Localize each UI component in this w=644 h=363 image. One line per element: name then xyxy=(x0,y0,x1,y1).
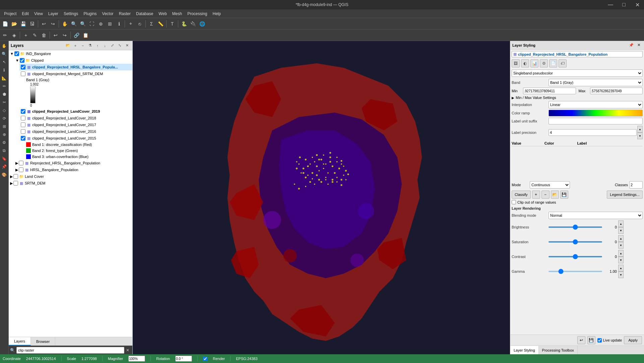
pan-tool[interactable]: ✋ xyxy=(1,42,8,50)
zoom-selection-button[interactable]: ⊞ xyxy=(106,19,114,28)
save-color-map-button[interactable]: 💾 xyxy=(560,191,568,199)
layer-tool[interactable]: ⧉ xyxy=(1,147,8,154)
python-console-button[interactable]: 🐍 xyxy=(180,19,188,28)
redo-button[interactable]: ↪ xyxy=(49,19,57,28)
blending-mode-select[interactable]: Normal xyxy=(549,212,643,219)
legend-icon[interactable]: 🏷 xyxy=(559,59,567,67)
zoom-in-button[interactable]: 🔍 xyxy=(69,19,78,28)
rotation-input[interactable] xyxy=(175,356,192,362)
split-tool[interactable]: ✂ xyxy=(1,99,8,106)
live-update-checkbox[interactable] xyxy=(597,338,602,343)
layer-reprojected-hrsl[interactable]: ▶ ▦ Reprojected_HRSL_Bangalore_Populatio… xyxy=(14,160,132,166)
tab-processing-toolbox[interactable]: Processing Toolbox xyxy=(539,346,578,354)
layer-ind-bangalore[interactable]: ▼ 📁 IND_Bangalore xyxy=(9,50,132,57)
menu-view[interactable]: View xyxy=(31,11,46,17)
style-tool[interactable]: 🎨 xyxy=(1,171,8,178)
add-feature-button[interactable]: + xyxy=(21,31,30,40)
general-icon[interactable]: ⚙ xyxy=(540,59,548,67)
select-button[interactable]: ⌖ xyxy=(126,19,135,28)
expand-button[interactable]: ⤢ xyxy=(109,42,116,49)
layer-hrsl-bangalore[interactable]: ▶ ▦ HRSL_Bangalore_Population xyxy=(14,166,132,173)
add-class-button[interactable]: + xyxy=(532,191,540,199)
layer-hrsl-pop[interactable]: ▦ clipped_Reprojected_HRSL_Bangalore_Pop… xyxy=(19,64,132,70)
apply-button[interactable]: Apply xyxy=(624,336,642,344)
open-project-button[interactable]: 📂 xyxy=(10,19,18,28)
precision-down-button[interactable]: ▼ xyxy=(637,133,643,139)
brightness-slider[interactable] xyxy=(549,226,602,228)
label-precision-input[interactable] xyxy=(549,129,637,136)
undo2-button[interactable]: ↩ xyxy=(51,31,60,40)
saturation-down-button[interactable]: ▼ xyxy=(618,242,624,249)
new-project-button[interactable]: 📄 xyxy=(1,19,9,28)
layer-clipped-group[interactable]: ▼ 📁 Clipped xyxy=(14,57,132,64)
gamma-down-button[interactable]: ▼ xyxy=(618,271,624,278)
zoom-full-button[interactable]: ⛶ xyxy=(87,19,96,28)
identify-button[interactable]: ℹ xyxy=(115,19,123,28)
menu-settings[interactable]: Settings xyxy=(61,11,81,17)
annotation-tool[interactable]: 📌 xyxy=(1,163,8,170)
minmax-settings-header[interactable]: ▶ Min / Max Value Settings xyxy=(512,96,643,100)
move-tool[interactable]: ⊕ xyxy=(1,131,8,138)
layer-checkbox-lc2015[interactable] xyxy=(21,136,25,141)
form-button[interactable]: 📋 xyxy=(81,31,90,40)
brightness-down-button[interactable]: ▼ xyxy=(618,227,624,234)
add-layer-button[interactable]: + xyxy=(72,42,79,49)
layer-checkbox-srtmdem[interactable] xyxy=(13,181,18,186)
layer-checkbox-hrsl[interactable] xyxy=(21,65,25,69)
render-checkbox[interactable] xyxy=(203,357,207,361)
classes-input[interactable] xyxy=(629,181,643,189)
save-project-button[interactable]: 💾 xyxy=(19,19,27,28)
menu-raster[interactable]: Raster xyxy=(116,11,133,17)
menu-processing[interactable]: Processing xyxy=(185,11,210,17)
undo-button[interactable]: ↩ xyxy=(40,19,48,28)
max-input[interactable] xyxy=(590,88,643,94)
maximize-button[interactable]: □ xyxy=(617,0,631,9)
add-polygon-tool[interactable]: ⬟ xyxy=(1,91,8,98)
menu-project[interactable]: Project xyxy=(1,11,19,17)
stats-button[interactable]: Σ xyxy=(147,19,156,28)
layer-landcover-2018[interactable]: ▦ clipped_Reprojected_LandCover_2018 xyxy=(19,115,132,121)
layer-land-cover[interactable]: ▶ 📁 Land Cover xyxy=(9,173,132,180)
clip-range-checkbox[interactable] xyxy=(512,200,516,204)
rotate-tool[interactable]: ⟳ xyxy=(1,115,8,122)
menu-database[interactable]: Database xyxy=(133,11,156,17)
close-button[interactable]: ✕ xyxy=(631,0,644,9)
open-layer-button[interactable]: 📂 xyxy=(65,42,71,49)
plugins-button[interactable]: 🔌 xyxy=(189,19,197,28)
band-select[interactable]: Band 1 (Gray) xyxy=(549,79,643,86)
transparency-icon[interactable]: ◐ xyxy=(521,59,529,67)
measure-tool[interactable]: 📐 xyxy=(1,74,8,82)
label-unit-input[interactable] xyxy=(549,118,643,124)
tab-layers[interactable]: Layers xyxy=(9,337,31,346)
layer-checkbox-hrslb[interactable] xyxy=(19,167,23,172)
brightness-up-button[interactable]: ▲ xyxy=(618,220,624,227)
render-type-icon[interactable]: 🖼 xyxy=(512,59,520,67)
layer-checkbox-lc2019[interactable] xyxy=(21,109,25,114)
contrast-slider[interactable] xyxy=(549,256,602,257)
digitize-button[interactable]: ✏ xyxy=(1,31,9,40)
edit-tool[interactable]: ✏ xyxy=(1,83,8,90)
zoom-out-button[interactable]: 🔍 xyxy=(78,19,87,28)
redo2-button[interactable]: ↪ xyxy=(60,31,69,40)
layer-checkbox-srtm[interactable] xyxy=(21,71,25,76)
save-styling-button[interactable]: 💾 xyxy=(587,336,595,344)
bookmark-tool[interactable]: 🔖 xyxy=(1,155,8,162)
layer-landcover-2016[interactable]: ▦ clipped_Reprojected_LandCover_2016 xyxy=(19,128,132,135)
measure-button[interactable]: 📏 xyxy=(156,19,165,28)
vertex-tool[interactable]: ◇ xyxy=(1,107,8,114)
layer-landcover-2019[interactable]: ▦ clipped_Reprojected_LandCover_2019 xyxy=(19,108,132,115)
pin-panel-button[interactable]: 📌 xyxy=(628,42,635,49)
move-up-button[interactable]: ↑ xyxy=(94,42,101,49)
interpolation-select[interactable]: Linear xyxy=(549,101,643,108)
layer-checkbox-lc2018[interactable] xyxy=(21,116,25,120)
layer-srtm[interactable]: ▦ clipped_Reprojected_Merged_SRTM_DEM xyxy=(19,70,132,77)
close-styling-button[interactable]: ✕ xyxy=(635,42,642,49)
gamma-up-button[interactable]: ▲ xyxy=(618,265,624,271)
menu-mesh[interactable]: Mesh xyxy=(170,11,185,17)
contrast-up-button[interactable]: ▲ xyxy=(618,250,624,257)
identify-tool[interactable]: ℹ xyxy=(1,66,8,74)
settings-tool[interactable]: ⚙ xyxy=(1,139,8,146)
layer-checkbox-lc[interactable] xyxy=(13,174,18,179)
collapse-button[interactable]: ⤡ xyxy=(116,42,123,49)
menu-layer[interactable]: Layer xyxy=(46,11,61,17)
